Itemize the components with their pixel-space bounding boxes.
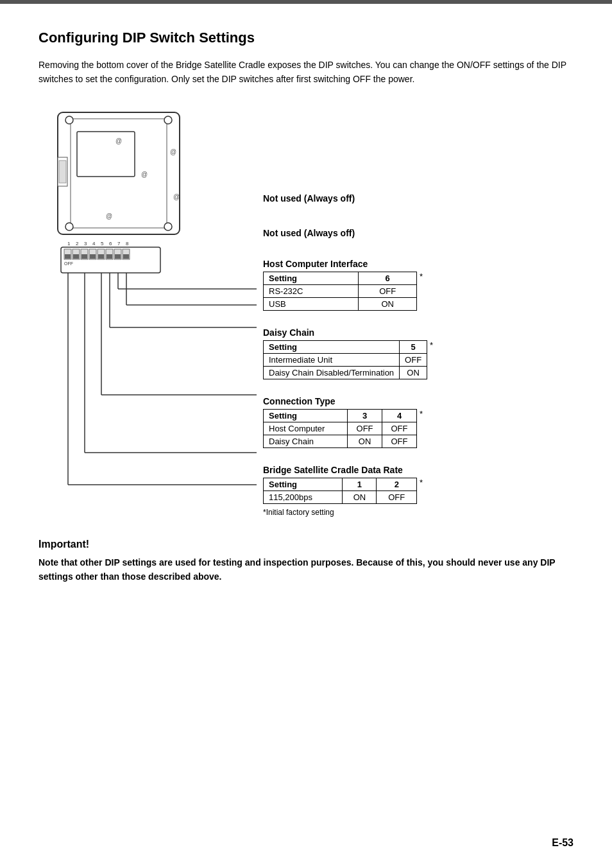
intro-text: Removing the bottom cover of the Bridge … — [38, 58, 574, 87]
svg-rect-32 — [65, 254, 71, 259]
diagram-section: @ @ @ @ @ 1 2 3 4 5 6 7 8 — [38, 106, 574, 519]
daisy-chain-group: Daisy Chain Setting 5 Intermediate Unit … — [263, 327, 574, 379]
dc-row2-setting: Daisy Chain Disabled/Termination — [264, 366, 400, 379]
dr-col-1: 1 — [343, 478, 377, 490]
svg-text:5: 5 — [101, 241, 104, 247]
dr-row1-val1: ON — [343, 490, 377, 503]
dr-col-2: 2 — [377, 478, 417, 490]
svg-rect-13 — [59, 161, 66, 183]
ct-row1-setting: Host Computer — [264, 422, 348, 435]
dr-row1-val2: OFF — [377, 490, 417, 503]
not-used-1-label: Not used (Always off) — [263, 189, 574, 207]
dc-row1-setting: Intermediate Unit — [264, 353, 400, 366]
svg-rect-35 — [90, 254, 96, 259]
factory-note: *Initial factory setting — [263, 508, 574, 517]
important-section: Important! Note that other DIP settings … — [38, 539, 574, 584]
daisy-chain-title: Daisy Chain — [263, 327, 574, 338]
not-used-1-group: Not used (Always off) — [263, 189, 574, 207]
svg-text:2: 2 — [76, 241, 79, 247]
hi-row1-val: OFF — [359, 284, 417, 297]
svg-text:6: 6 — [109, 241, 112, 247]
diagram-svg: @ @ @ @ @ 1 2 3 4 5 6 7 8 — [38, 106, 257, 504]
dr-asterisk: * — [420, 478, 423, 487]
hi-col-6: 6 — [359, 272, 417, 284]
svg-text:@: @ — [115, 137, 122, 144]
svg-text:OFF: OFF — [64, 261, 73, 266]
ct-row2-val4: OFF — [382, 435, 417, 447]
data-rate-title: Bridge Satellite Cradle Data Rate — [263, 465, 574, 475]
hi-asterisk: * — [420, 272, 423, 281]
dc-col-5: 5 — [400, 340, 427, 353]
connection-type-table: Setting 3 4 Host Computer OFF OFF Daisy … — [263, 409, 417, 448]
svg-text:4: 4 — [92, 241, 96, 247]
host-interface-table: Setting 6 RS-232C OFF USB ON — [263, 272, 417, 311]
dc-row1-val: OFF — [400, 353, 427, 366]
host-interface-title: Host Computer Interface — [263, 259, 574, 269]
dr-row1-setting: 115,200bps — [264, 490, 343, 503]
ct-row2-setting: Daisy Chain — [264, 435, 348, 447]
daisy-chain-table: Setting 5 Intermediate Unit OFF Daisy Ch… — [263, 340, 427, 379]
ct-col-3: 3 — [348, 409, 382, 422]
svg-rect-34 — [81, 254, 87, 259]
svg-text:@: @ — [106, 213, 112, 220]
svg-rect-37 — [106, 254, 112, 259]
svg-text:@: @ — [141, 171, 148, 178]
not-used-2-group: Not used (Always off) — [263, 224, 574, 242]
svg-text:@: @ — [173, 193, 180, 200]
dr-col-setting: Setting — [264, 478, 343, 490]
host-interface-group: Host Computer Interface Setting 6 RS-232… — [263, 259, 574, 311]
svg-rect-2 — [77, 132, 135, 177]
svg-point-6 — [164, 223, 172, 230]
ct-row2-val3: ON — [348, 435, 382, 447]
data-rate-group: Bridge Satellite Cradle Data Rate Settin… — [263, 465, 574, 517]
connection-type-title: Connection Type — [263, 396, 574, 406]
svg-rect-38 — [115, 254, 121, 259]
svg-point-5 — [65, 223, 73, 230]
hi-row1-setting: RS-232C — [264, 284, 359, 297]
important-title: Important! — [38, 539, 574, 550]
diagram-right: Not used (Always off) Not used (Always o… — [257, 106, 574, 519]
svg-point-3 — [65, 116, 73, 124]
dc-asterisk: * — [430, 340, 433, 350]
data-rate-table: Setting 1 2 115,200bps ON OFF — [263, 478, 417, 504]
page-title: Configuring DIP Switch Settings — [38, 30, 574, 46]
svg-text:1: 1 — [67, 241, 71, 247]
dc-col-setting: Setting — [264, 340, 400, 353]
svg-rect-33 — [73, 254, 79, 259]
svg-text:3: 3 — [84, 241, 87, 247]
ct-col-4: 4 — [382, 409, 417, 422]
connection-type-group: Connection Type Setting 3 4 Host Compute… — [263, 396, 574, 448]
hi-row2-val: ON — [359, 297, 417, 310]
svg-point-4 — [164, 116, 172, 124]
ct-row1-val4: OFF — [382, 422, 417, 435]
svg-text:@: @ — [170, 148, 176, 155]
svg-text:8: 8 — [126, 241, 129, 247]
ct-col-setting: Setting — [264, 409, 348, 422]
hi-col-setting: Setting — [264, 272, 359, 284]
ct-row1-val3: OFF — [348, 422, 382, 435]
ct-asterisk: * — [420, 409, 423, 419]
diagram-left: @ @ @ @ @ 1 2 3 4 5 6 7 8 — [38, 106, 257, 519]
svg-rect-39 — [123, 254, 129, 259]
page-number: E-53 — [552, 837, 574, 849]
hi-row2-setting: USB — [264, 297, 359, 310]
important-body: Note that other DIP settings are used fo… — [38, 555, 574, 584]
svg-text:7: 7 — [117, 241, 121, 247]
not-used-2-label: Not used (Always off) — [263, 224, 574, 242]
svg-rect-36 — [98, 254, 104, 259]
dc-row2-val: ON — [400, 366, 427, 379]
